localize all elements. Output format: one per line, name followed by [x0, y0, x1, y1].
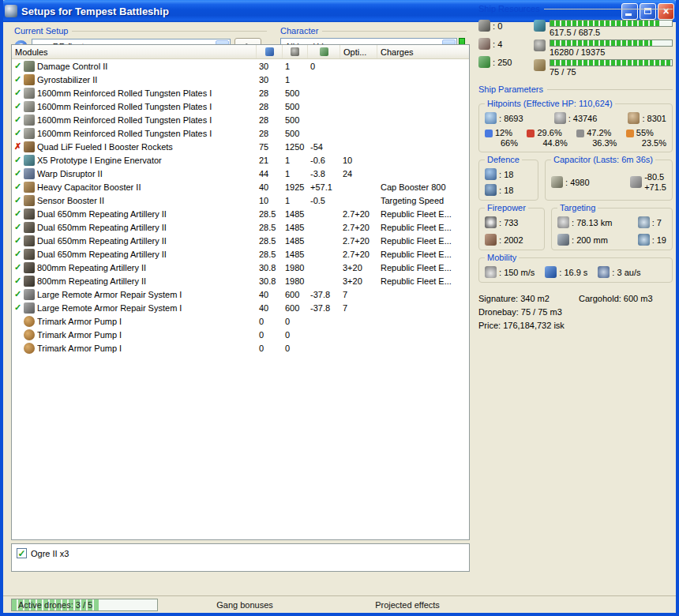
- module-status-icon: [12, 195, 24, 205]
- module-optimal-value: 7: [340, 303, 377, 313]
- module-cpu-value: 0: [257, 330, 283, 340]
- module-row[interactable]: Sensor Booster II 10 1 -0.5 Targeting Sp…: [12, 193, 469, 207]
- capacitor-groupbox: Capacitor (Lasts: 6m 36s) 4980 -80.5 +71…: [545, 160, 673, 201]
- module-row[interactable]: Warp Disruptor II 44 1 -3.8 24: [12, 167, 469, 180]
- module-name: X5 Prototype I Engine Enervator: [37, 156, 162, 165]
- module-charge: Republic Fleet E...: [377, 236, 469, 246]
- module-type-icon: [24, 249, 35, 260]
- module-row[interactable]: 1600mm Reinforced Rolled Tungsten Plates…: [12, 86, 469, 100]
- module-row[interactable]: Dual 650mm Repeating Artillery II 28.5 1…: [12, 220, 469, 234]
- module-status-icon: [12, 302, 24, 313]
- module-status-icon: [12, 222, 24, 232]
- powergrid-resource: 16280 / 19375: [534, 39, 673, 57]
- module-status-icon: [12, 182, 24, 192]
- module-row[interactable]: Dual 650mm Repeating Artillery II 28.5 1…: [12, 247, 469, 261]
- module-row[interactable]: 800mm Repeating Artillery II 30.8 1980 3…: [12, 261, 469, 274]
- app-icon: [5, 5, 17, 17]
- align-time: 16.9 s: [545, 266, 587, 278]
- module-row[interactable]: 1600mm Reinforced Rolled Tungsten Plates…: [12, 126, 469, 140]
- ship-resources-section-label: Ship Resources: [478, 4, 673, 13]
- module-row[interactable]: 1600mm Reinforced Rolled Tungsten Plates…: [12, 100, 469, 113]
- module-cpu-value: 10: [257, 196, 283, 205]
- ship-resources: 0 4 250 617.5 / 687.5 16280 / 19375: [478, 20, 673, 77]
- drone-row[interactable]: Ogre II x3: [17, 547, 464, 559]
- projected-effects-panel[interactable]: Projected effects: [332, 598, 483, 612]
- drones-panel: Ogre II x3: [11, 543, 470, 572]
- module-type-icon: [24, 316, 35, 327]
- calibration: 250: [478, 56, 527, 68]
- column-header-capacitor[interactable]: [308, 45, 340, 58]
- cpu-resource: 617.5 / 687.5: [534, 20, 673, 37]
- module-cap-value: -0.6: [308, 156, 340, 165]
- module-powergrid-value: 600: [283, 303, 308, 313]
- hitpoints-groupbox: Hitpoints (Effective HP: 110,624) 8693 4…: [478, 103, 673, 152]
- module-status-icon: [12, 168, 24, 178]
- drone-checkbox[interactable]: [17, 548, 27, 558]
- module-cpu-value: 28.5: [257, 250, 283, 259]
- firepower-dps: 733: [485, 216, 538, 228]
- module-row[interactable]: Trimark Armor Pump I 0 0: [12, 341, 469, 355]
- module-charge: Targeting Speed: [377, 196, 469, 205]
- powergrid-bar-fill: [550, 40, 652, 46]
- module-name: Warp Disruptor II: [37, 169, 103, 178]
- mobility-label: Mobility: [485, 253, 519, 262]
- launcher-icon: [478, 38, 490, 50]
- module-type-icon: [24, 289, 35, 300]
- capacitor-balance-icon: [630, 176, 642, 188]
- module-row[interactable]: Gyrostabilizer II 30 1: [12, 73, 469, 86]
- module-type-icon: [24, 101, 35, 112]
- capacitor-amount: 4980: [551, 176, 590, 188]
- agility-icon: [545, 266, 557, 278]
- module-name: Heavy Capacitor Booster II: [37, 182, 141, 192]
- capacitor-icon: [551, 176, 563, 188]
- module-type-icon: [24, 329, 35, 340]
- scan-resolution-icon: [557, 234, 569, 246]
- defence-groupbox: Defence 18 18: [478, 160, 538, 201]
- module-optimal-value: 3+20: [340, 276, 377, 286]
- max-velocity: 150 m/s: [485, 266, 535, 278]
- drone-bandwidth-icon: [534, 59, 546, 71]
- cpu-usage-text: 617.5 / 687.5: [550, 28, 673, 37]
- powergrid-icon: [534, 39, 546, 51]
- gang-bonuses-panel[interactable]: Gang bonuses: [163, 598, 327, 612]
- module-name: 800mm Repeating Artillery II: [37, 263, 146, 272]
- defence-stat-1: 18: [485, 168, 532, 180]
- module-row[interactable]: X5 Prototype I Engine Enervator 21 1 -0.…: [12, 153, 469, 167]
- module-row[interactable]: Large Remote Armor Repair System I 40 60…: [12, 287, 469, 301]
- module-row[interactable]: Trimark Armor Pump I 0 0: [12, 328, 469, 341]
- module-row[interactable]: Dual 650mm Repeating Artillery II 28.5 1…: [12, 234, 469, 247]
- module-type-icon: [24, 61, 35, 72]
- defence-value-2: 18: [499, 186, 513, 195]
- column-header-cpu[interactable]: [257, 45, 283, 58]
- module-row[interactable]: 1600mm Reinforced Rolled Tungsten Plates…: [12, 113, 469, 126]
- price-text: Price: 176,184,732 isk: [478, 319, 673, 332]
- module-powergrid-value: 1: [283, 196, 308, 205]
- cpu-column-icon: [265, 47, 274, 56]
- module-row[interactable]: Dual 650mm Repeating Artillery II 28.5 1…: [12, 207, 469, 220]
- module-row[interactable]: Trimark Armor Pump I 0 0: [12, 314, 469, 328]
- module-powergrid-value: 1925: [283, 182, 308, 192]
- shield-hp-value: 8693: [499, 114, 523, 123]
- module-row[interactable]: 800mm Repeating Artillery II 30.8 1980 3…: [12, 274, 469, 287]
- module-optimal-value: 2.7+20: [340, 209, 377, 219]
- module-charge: Republic Fleet E...: [377, 250, 469, 259]
- column-header-modules[interactable]: Modules: [12, 45, 257, 58]
- module-name: Sensor Booster II: [37, 196, 104, 205]
- speed-icon: [485, 266, 497, 278]
- module-row[interactable]: Large Remote Armor Repair System I 40 60…: [12, 301, 469, 314]
- column-header-charges[interactable]: Charges: [377, 45, 469, 58]
- resists-row: 12% 66% 29.6% 44.8%: [485, 128, 666, 148]
- targeting-range: 78.13 km: [557, 216, 630, 228]
- module-row[interactable]: Damage Control II 30 1 0: [12, 59, 469, 73]
- module-type-icon: [24, 343, 35, 354]
- column-header-powergrid[interactable]: [283, 45, 308, 58]
- active-drones-progressbar[interactable]: Active drones: 3 / 5: [11, 599, 158, 611]
- column-header-optimal[interactable]: Opti...: [340, 45, 377, 58]
- module-row[interactable]: Quad LiF Fueled I Booster Rockets 75 125…: [12, 140, 469, 153]
- active-drones-text: Active drones: 3 / 5: [12, 599, 157, 610]
- module-row[interactable]: Heavy Capacitor Booster II 40 1925 +57.1…: [12, 180, 469, 193]
- module-name: Trimark Armor Pump I: [37, 330, 122, 340]
- module-powergrid-value: 600: [283, 290, 308, 299]
- modules-table-header[interactable]: Modules Opti... Charges: [12, 45, 469, 59]
- modules-panel: Modules Opti... Charges Damage Control I…: [11, 44, 470, 540]
